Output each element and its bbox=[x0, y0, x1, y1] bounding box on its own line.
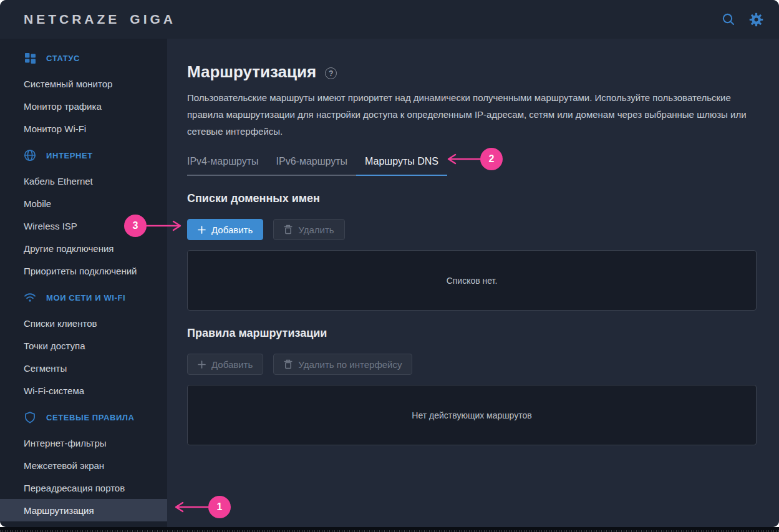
sidebar-section-network-rules: СЕТЕВЫЕ ПРАВИЛА bbox=[0, 406, 167, 428]
routing-rules-toolbar: Добавить Удалить по интерфейсу bbox=[187, 354, 757, 375]
sidebar-section-internet: ИНТЕРНЕТ bbox=[0, 144, 167, 167]
delete-by-interface-button[interactable]: Удалить по интерфейсу bbox=[273, 354, 412, 375]
tab-dns-routes[interactable]: Маршруты DNS bbox=[356, 156, 447, 176]
top-bar: NETCRAZE GIGA bbox=[0, 0, 779, 39]
add-domain-list-button[interactable]: Добавить bbox=[187, 219, 263, 240]
callout-3: 3 bbox=[124, 215, 147, 237]
sidebar-item-port-forwarding[interactable]: Переадресация портов bbox=[0, 476, 167, 499]
globe-icon bbox=[24, 149, 36, 162]
callout-1: 1 bbox=[208, 496, 231, 518]
plus-icon bbox=[198, 226, 206, 234]
sidebar-section-label: ИНТЕРНЕТ bbox=[46, 151, 93, 160]
brand-logo: NETCRAZE GIGA bbox=[24, 12, 176, 27]
sidebar-item-connection-priorities[interactable]: Приоритеты подключений bbox=[0, 259, 167, 282]
add-route-button[interactable]: Добавить bbox=[187, 354, 263, 375]
sidebar-item-system-monitor[interactable]: Системный монитор bbox=[0, 72, 167, 95]
help-icon[interactable]: ? bbox=[325, 67, 337, 79]
app-body: СТАТУС Системный монитор Монитор трафика… bbox=[0, 39, 779, 527]
add-button-label: Добавить bbox=[211, 225, 253, 235]
tab-ipv6-routes[interactable]: IPv6-маршруты bbox=[268, 156, 357, 176]
sidebar-section-label: СЕТЕВЫЕ ПРАВИЛА bbox=[46, 413, 135, 422]
header-icons bbox=[720, 11, 764, 27]
sidebar: СТАТУС Системный монитор Монитор трафика… bbox=[0, 39, 167, 527]
trash-icon bbox=[284, 359, 293, 369]
sidebar-item-routing[interactable]: Маршрутизация bbox=[0, 499, 167, 521]
sidebar-item-client-lists[interactable]: Списки клиентов bbox=[0, 312, 167, 334]
sidebar-section-status: СТАТУС bbox=[0, 47, 167, 69]
routing-rules-heading: Правила маршрутизации bbox=[187, 327, 757, 340]
tab-bar: IPv4-маршруты IPv6-маршруты Маршруты DNS bbox=[187, 156, 757, 176]
empty-state-text: Списков нет. bbox=[447, 276, 498, 286]
sidebar-item-ethernet-cable[interactable]: Кабель Ethernet bbox=[0, 170, 167, 192]
shield-icon bbox=[24, 411, 36, 423]
brand-name: NETCRAZE bbox=[24, 12, 120, 27]
gear-icon[interactable] bbox=[748, 11, 764, 27]
page-description: Пользовательские маршруты имеют приорите… bbox=[187, 89, 748, 140]
sidebar-section-label: МОИ СЕТИ И WI-FI bbox=[46, 293, 125, 302]
sidebar-item-wifi-monitor[interactable]: Монитор Wi-Fi bbox=[0, 117, 167, 140]
trash-icon bbox=[284, 225, 293, 235]
search-icon[interactable] bbox=[720, 11, 737, 27]
main-content: Маршрутизация ? Пользовательские маршрут… bbox=[167, 39, 779, 527]
add-button-label: Добавить bbox=[211, 359, 253, 370]
router-admin-app: NETCRAZE GIGA bbox=[0, 0, 779, 527]
sidebar-item-wifi-system[interactable]: Wi-Fi-система bbox=[0, 379, 167, 402]
domain-lists-toolbar: Добавить Удалить bbox=[187, 219, 757, 240]
wifi-icon bbox=[24, 291, 36, 304]
cropped-content-strip bbox=[0, 527, 779, 532]
sidebar-item-mobile[interactable]: Mobile bbox=[0, 192, 167, 215]
sidebar-section-my-networks: МОИ СЕТИ И WI-FI bbox=[0, 286, 167, 309]
callout-2: 2 bbox=[480, 148, 503, 170]
screen: NETCRAZE GIGA bbox=[0, 0, 779, 532]
plus-icon bbox=[198, 360, 206, 369]
domain-lists-heading: Списки доменных имен bbox=[187, 192, 757, 205]
tab-ipv4-routes[interactable]: IPv4-маршруты bbox=[187, 156, 268, 176]
sidebar-item-segments[interactable]: Сегменты bbox=[0, 357, 167, 379]
delete-button-label: Удалить по интерфейсу bbox=[298, 359, 402, 370]
sidebar-item-internet-filters[interactable]: Интернет-фильтры bbox=[0, 432, 167, 454]
domain-lists-empty-state: Списков нет. bbox=[187, 250, 757, 311]
empty-state-text: Нет действующих маршрутов bbox=[412, 410, 531, 420]
brand-model: GIGA bbox=[130, 12, 176, 27]
sidebar-section-label: СТАТУС bbox=[46, 54, 80, 63]
sidebar-item-firewall[interactable]: Межсетевой экран bbox=[0, 454, 167, 476]
delete-domain-list-button[interactable]: Удалить bbox=[273, 219, 344, 240]
sidebar-item-other-connections[interactable]: Другие подключения bbox=[0, 237, 167, 259]
dashboard-icon bbox=[24, 52, 36, 64]
routing-rules-empty-state: Нет действующих маршрутов bbox=[187, 385, 757, 445]
page-title: Маршрутизация bbox=[187, 62, 316, 82]
sidebar-item-access-points[interactable]: Точки доступа bbox=[0, 334, 167, 357]
delete-button-label: Удалить bbox=[298, 225, 334, 235]
sidebar-item-traffic-monitor[interactable]: Монитор трафика bbox=[0, 95, 167, 117]
